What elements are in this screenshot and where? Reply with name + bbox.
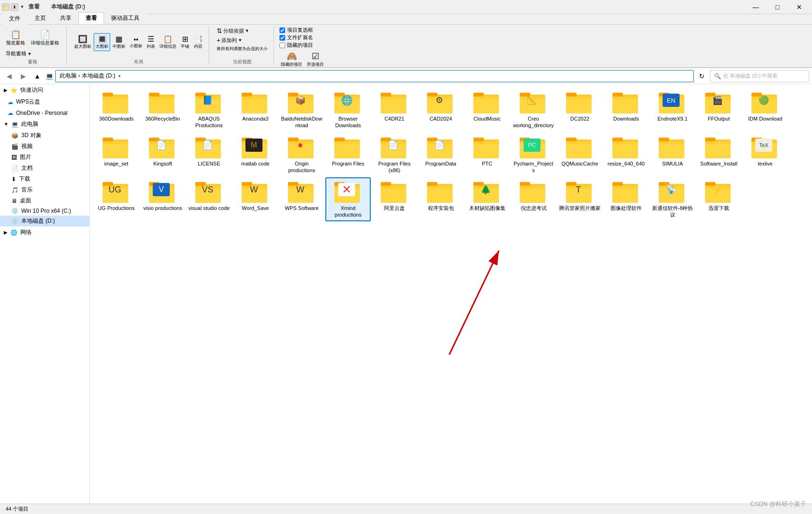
btn-hide[interactable]: 🙈隐藏的项目 — [279, 50, 304, 69]
sidebar-item-downloads[interactable]: ⬇下载 — [0, 174, 89, 184]
folder-item-xmind[interactable]: ✕ Xmind productions — [325, 177, 371, 221]
folder-item-qqmusic[interactable]: QQMusicCache — [557, 133, 602, 177]
folder-item-mujian[interactable]: 🌲 木材缺陷图像集 — [464, 177, 510, 221]
folder-item-360recyclebin[interactable]: 360RecycleBin — [140, 88, 185, 132]
search-box[interactable]: 🔍 在 本地磁盘 (D:) 中搜索 — [710, 70, 809, 82]
svg-rect-101 — [566, 138, 576, 141]
sidebar-item-documents[interactable]: 📄文档 — [0, 163, 89, 174]
folder-item-programdata[interactable]: 📄 ProgramData — [418, 133, 463, 177]
tab-home[interactable]: 主页 — [27, 12, 53, 24]
btn-preview[interactable]: 📋 预览窗格 — [4, 28, 27, 48]
folder-item-programfilesx86[interactable]: 📄 Program Files (x86) — [372, 133, 417, 177]
btn-list[interactable]: ☰列表 — [145, 33, 157, 51]
folder-item-idm[interactable]: 🟢 IDM Download — [742, 88, 788, 132]
minimize-button[interactable]: — — [745, 0, 767, 14]
folder-item-cad2024[interactable]: ⚙ CAD2024 — [418, 88, 463, 132]
nav-back[interactable]: ◀ — [3, 70, 15, 82]
btn-autosize[interactable]: 将所有列调整为合适的大小 — [215, 45, 270, 52]
folder-item-visio[interactable]: V visio productions — [140, 177, 185, 221]
refresh-button[interactable]: ↻ — [696, 70, 708, 82]
checkbox-checkboxes[interactable] — [279, 27, 285, 33]
address-input[interactable]: 此电脑 › 本地磁盘 (D:) ▼ — [55, 70, 694, 82]
folder-item-ffoutput[interactable]: 🎬 FFOutput — [696, 88, 742, 132]
sidebar-item-computer[interactable]: ▼💻此电脑 — [0, 118, 89, 130]
folder-item-vscode[interactable]: VS visual studio code — [186, 177, 232, 221]
folder-item-origin[interactable]: ● Origin productions — [279, 133, 324, 177]
folder-item-simulia[interactable]: SIMULIA — [650, 133, 695, 177]
folder-item-xunlei[interactable]: ⚡ 迅雷下载 — [696, 177, 742, 221]
svg-rect-63 — [103, 141, 128, 144]
sidebar-item-onedrive[interactable]: ☁OneDrive - Personal — [0, 108, 89, 118]
folder-item-c4dr21[interactable]: C4DR21 — [372, 88, 417, 132]
btn-content[interactable]: 📑内容 — [192, 33, 205, 51]
sidebar-item-3dobjects[interactable]: 📦3D 对象 — [0, 130, 89, 141]
folder-item-wps[interactable]: W WPS Software — [279, 177, 324, 221]
folder-item-xingtong[interactable]: 📡 新通信软件-8种协议 — [650, 177, 695, 221]
sidebar-item-video[interactable]: 🎬视频 — [0, 141, 89, 152]
folder-item-software[interactable]: Software_Install — [696, 133, 742, 177]
svg-rect-25 — [381, 93, 391, 96]
maximize-button[interactable]: □ — [767, 0, 788, 14]
folder-item-baidu[interactable]: 📦 BaiduNetdiskDownload — [279, 88, 324, 132]
btn-navpane[interactable]: 导航窗格▼ — [4, 50, 34, 58]
sidebar-item-pictures[interactable]: 🖼图片 — [0, 152, 89, 163]
folder-item-360downloads[interactable]: 360Downloads — [94, 88, 139, 132]
folder-item-texlive[interactable]: TeX texlive — [742, 133, 788, 177]
btn-detail[interactable]: 📋详细信息 — [157, 33, 178, 51]
folder-item-wordsave[interactable]: W Word_Save — [233, 177, 278, 221]
btn-options[interactable]: ☑所选项目 — [306, 50, 325, 69]
btn-details[interactable]: 📄 详细信息窗格 — [28, 28, 61, 48]
sidebar-item-desktop[interactable]: 🖥桌面 — [0, 195, 89, 206]
folder-item-license[interactable]: 📄 LICENSE — [186, 133, 232, 177]
folder-item-dc2022[interactable]: DC2022 — [557, 88, 602, 132]
svg-rect-115 — [705, 141, 731, 144]
btn-small[interactable]: ▪▪小图标 — [128, 34, 144, 51]
nav-up[interactable]: ▲ — [31, 70, 44, 82]
folder-item-browser[interactable]: 🌐 Browser Downloads — [325, 88, 371, 132]
checkbox-hidden[interactable] — [279, 43, 285, 48]
svg-rect-103 — [566, 141, 592, 144]
btn-large[interactable]: 🔳大图标 — [94, 33, 110, 51]
nav-forward[interactable]: ▶ — [17, 70, 29, 82]
folder-item-resize[interactable]: resize_640_640 — [603, 133, 649, 177]
close-button[interactable]: ✕ — [788, 0, 810, 14]
sidebar-item-quickaccess[interactable]: ▶⭐快速访问 — [0, 84, 89, 96]
tab-driver[interactable]: 驱动器工具 — [104, 12, 147, 24]
svg-rect-83 — [334, 141, 360, 144]
folder-item-imgsoft[interactable]: 图像处理软件 — [603, 177, 649, 221]
sidebar-item-music[interactable]: 🎵音乐 — [0, 184, 89, 195]
btn-addcol[interactable]: +添加列▼ — [215, 36, 270, 44]
folder-item-anaconda3[interactable]: Anaconda3 — [233, 88, 278, 132]
folder-item-endnote[interactable]: EN EndnoteX9.1 — [650, 88, 695, 132]
btn-medium[interactable]: ▦中图标 — [111, 33, 127, 51]
folder-item-pycharm[interactable]: PC Pycharm_Projects — [511, 133, 556, 177]
folder-item-downloads[interactable]: Downloads — [603, 88, 649, 132]
tab-share[interactable]: 共享 — [53, 12, 79, 24]
folder-item-kingsoft[interactable]: 📄 Kingsoft — [140, 133, 185, 177]
sidebar-item-drive-d[interactable]: 💿本地磁盘 (D:) — [0, 216, 89, 227]
btn-extralarge[interactable]: 🔲超大图标 — [72, 33, 93, 51]
title-bar-dropdown[interactable]: ▼ — [20, 3, 25, 11]
btn-sortby[interactable]: ⇅分组依据▼ — [215, 26, 270, 35]
watermark: CSDN @科研小菜子 — [750, 500, 806, 508]
folder-item-yuzhong[interactable]: 倪忠进考试 — [511, 177, 556, 221]
sidebar-item-drive-c[interactable]: 💿Win 10 Pro x64 (C:) — [0, 206, 89, 216]
sidebar-item-network[interactable]: ▶🌐网络 — [0, 227, 89, 238]
folder-item-aliyun[interactable]: 阿里云盘 — [372, 177, 417, 221]
folder-item-chengxu[interactable]: 程序安装包 — [418, 177, 463, 221]
folder-item-ugprod[interactable]: UG UG Productions — [94, 177, 139, 221]
folder-item-imageset[interactable]: image_set — [94, 133, 139, 177]
svg-rect-81 — [334, 138, 345, 141]
checkbox-extensions[interactable] — [279, 35, 285, 41]
folder-item-cloudmusic[interactable]: CloudMusic — [464, 88, 510, 132]
tab-file[interactable]: 文件 — [2, 13, 27, 25]
folder-item-creo[interactable]: 📐 Creo working_directory — [511, 88, 556, 132]
folder-item-tencent[interactable]: T 腾讯管家照片搬家 — [557, 177, 602, 221]
folder-item-matlab[interactable]: M matlab code — [233, 133, 278, 177]
btn-tile[interactable]: ⊞平铺 — [179, 33, 191, 51]
folder-item-programfiles[interactable]: Program Files — [325, 133, 371, 177]
tab-view[interactable]: 查看 — [79, 12, 104, 24]
folder-item-abaqus[interactable]: 📘 ABAQUS Productions — [186, 88, 232, 132]
sidebar-item-wps[interactable]: ☁WPS云盘 — [0, 96, 89, 108]
folder-item-ptc[interactable]: PTC — [464, 133, 510, 177]
